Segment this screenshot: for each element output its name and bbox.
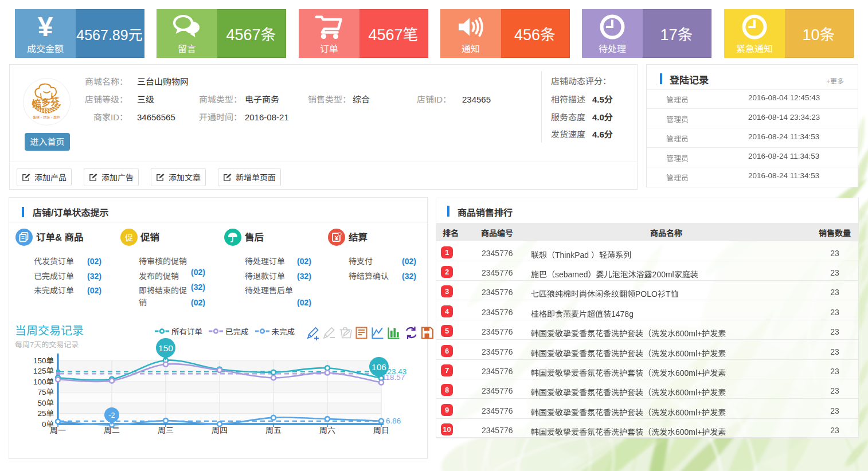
svg-text:周四: 周四 xyxy=(212,426,228,435)
svg-text:周六: 周六 xyxy=(319,426,335,435)
svg-text:周五: 周五 xyxy=(265,426,281,435)
svg-text:150: 150 xyxy=(158,343,173,353)
svg-text:100单: 100单 xyxy=(33,378,54,386)
svg-text:75单: 75单 xyxy=(37,388,54,397)
svg-text:50单: 50单 xyxy=(37,399,54,407)
svg-text:125单: 125单 xyxy=(33,367,54,375)
svg-text:106: 106 xyxy=(372,362,386,372)
svg-text:周一: 周一 xyxy=(50,426,66,435)
svg-text:-2: -2 xyxy=(108,411,115,419)
svg-text:6.86: 6.86 xyxy=(386,417,401,425)
svg-text:25单: 25单 xyxy=(37,409,54,418)
svg-text:周三: 周三 xyxy=(158,426,174,435)
svg-text:周日: 周日 xyxy=(373,426,389,435)
svg-text:150单: 150单 xyxy=(33,356,54,365)
svg-text:118.57: 118.57 xyxy=(382,373,405,382)
